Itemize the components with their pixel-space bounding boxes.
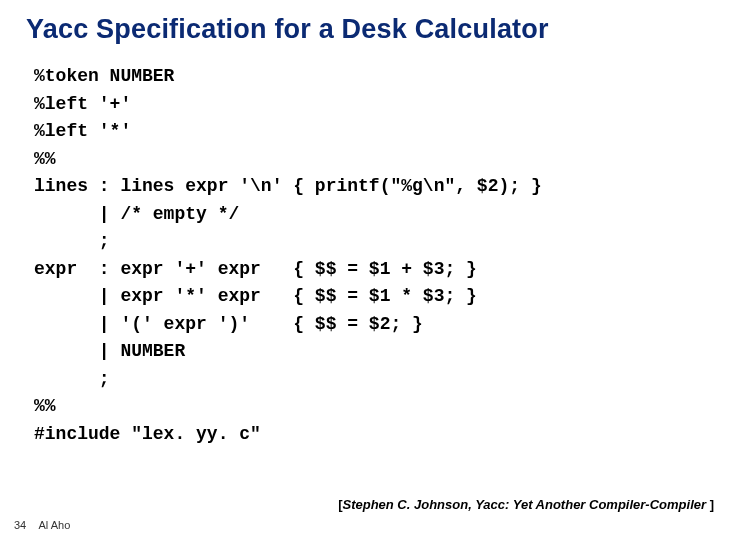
footer-author: Al Aho [38,519,70,531]
slide: Yacc Specification for a Desk Calculator… [0,0,734,540]
yacc-code-block: %token NUMBER %left '+' %left '*' %% lin… [34,63,714,448]
citation-text: Stephen C. Johnson, Yacc: Yet Another Co… [342,497,709,512]
citation-close-bracket: ] [710,497,714,512]
citation: [Stephen C. Johnson, Yacc: Yet Another C… [338,497,714,512]
slide-footer: 34 Al Aho [14,519,70,531]
slide-title: Yacc Specification for a Desk Calculator [26,14,714,45]
page-number: 34 [14,519,36,531]
